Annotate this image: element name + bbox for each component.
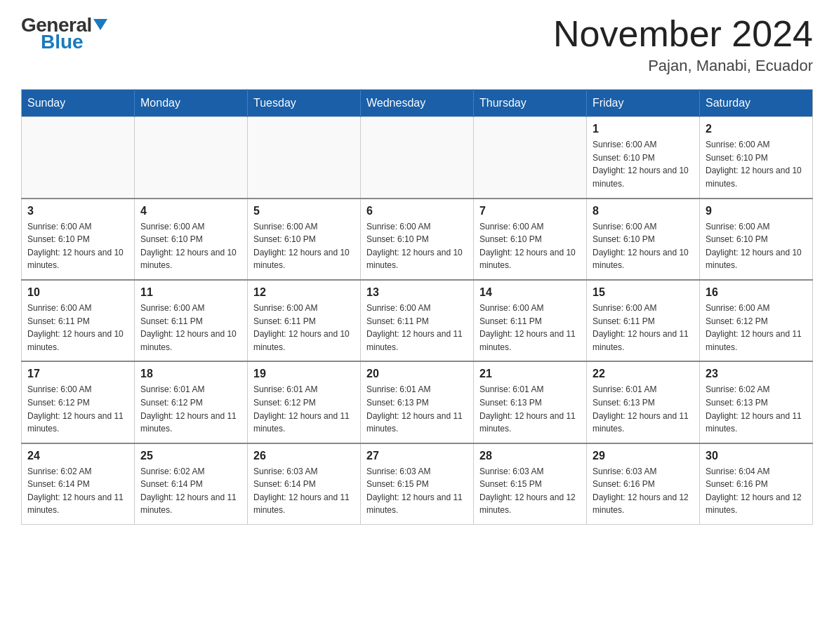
day-info: Sunrise: 6:01 AMSunset: 6:12 PMDaylight:… [140,383,241,435]
calendar-cell: 18Sunrise: 6:01 AMSunset: 6:12 PMDayligh… [135,361,248,443]
day-info: Sunrise: 6:00 AMSunset: 6:10 PMDaylight:… [27,220,128,272]
day-number: 29 [593,450,694,462]
day-info: Sunrise: 6:01 AMSunset: 6:13 PMDaylight:… [366,383,468,435]
calendar-header-monday: Monday [135,90,248,117]
day-info: Sunrise: 6:00 AMSunset: 6:10 PMDaylight:… [253,220,355,272]
calendar-cell [361,117,474,199]
calendar-header-row: SundayMondayTuesdayWednesdayThursdayFrid… [22,90,813,117]
day-number: 4 [140,205,241,217]
calendar-cell: 20Sunrise: 6:01 AMSunset: 6:13 PMDayligh… [361,361,474,443]
day-number: 6 [366,205,468,217]
day-number: 13 [366,286,468,299]
day-number: 18 [140,368,241,380]
day-info: Sunrise: 6:00 AMSunset: 6:10 PMDaylight:… [366,220,468,272]
calendar-cell [22,117,135,199]
day-info: Sunrise: 6:01 AMSunset: 6:12 PMDaylight:… [253,383,355,435]
day-info: Sunrise: 6:00 AMSunset: 6:12 PMDaylight:… [27,383,128,435]
calendar-cell: 8Sunrise: 6:00 AMSunset: 6:10 PMDaylight… [587,199,700,280]
calendar-cell: 23Sunrise: 6:02 AMSunset: 6:13 PMDayligh… [700,361,813,443]
day-info: Sunrise: 6:00 AMSunset: 6:11 PMDaylight:… [593,302,694,354]
day-number: 9 [706,205,807,217]
calendar-cell: 19Sunrise: 6:01 AMSunset: 6:12 PMDayligh… [248,361,361,443]
day-info: Sunrise: 6:00 AMSunset: 6:10 PMDaylight:… [593,138,694,190]
calendar-cell [474,117,587,199]
day-number: 20 [366,368,468,380]
logo-blue-text: Blue [21,31,84,53]
day-number: 24 [27,450,128,462]
day-info: Sunrise: 6:02 AMSunset: 6:14 PMDaylight:… [140,465,241,517]
calendar-cell: 2Sunrise: 6:00 AMSunset: 6:10 PMDaylight… [700,117,813,199]
calendar-cell: 27Sunrise: 6:03 AMSunset: 6:15 PMDayligh… [361,443,474,525]
calendar-cell: 9Sunrise: 6:00 AMSunset: 6:10 PMDaylight… [700,199,813,280]
calendar-cell: 24Sunrise: 6:02 AMSunset: 6:14 PMDayligh… [22,443,135,525]
day-number: 5 [253,205,355,217]
day-info: Sunrise: 6:00 AMSunset: 6:10 PMDaylight:… [593,220,694,272]
calendar-cell [248,117,361,199]
day-number: 7 [479,205,581,217]
calendar-cell: 3Sunrise: 6:00 AMSunset: 6:10 PMDaylight… [22,199,135,280]
day-info: Sunrise: 6:00 AMSunset: 6:10 PMDaylight:… [479,220,581,272]
calendar-cell: 29Sunrise: 6:03 AMSunset: 6:16 PMDayligh… [587,443,700,525]
day-info: Sunrise: 6:01 AMSunset: 6:13 PMDaylight:… [593,383,694,435]
calendar-cell: 15Sunrise: 6:00 AMSunset: 6:11 PMDayligh… [587,280,700,361]
calendar-table: SundayMondayTuesdayWednesdayThursdayFrid… [21,89,813,525]
title-area: November 2024 Pajan, Manabi, Ecuador [553,14,813,75]
calendar-cell: 1Sunrise: 6:00 AMSunset: 6:10 PMDaylight… [587,117,700,199]
calendar-cell: 30Sunrise: 6:04 AMSunset: 6:16 PMDayligh… [700,443,813,525]
day-number: 22 [593,368,694,380]
page-header: General Blue November 2024 Pajan, Manabi… [21,14,813,75]
day-info: Sunrise: 6:02 AMSunset: 6:13 PMDaylight:… [706,383,807,435]
calendar-header-thursday: Thursday [474,90,587,117]
calendar-cell: 13Sunrise: 6:00 AMSunset: 6:11 PMDayligh… [361,280,474,361]
day-number: 1 [593,123,694,135]
calendar-cell: 26Sunrise: 6:03 AMSunset: 6:14 PMDayligh… [248,443,361,525]
day-info: Sunrise: 6:00 AMSunset: 6:11 PMDaylight:… [253,302,355,354]
calendar-cell: 25Sunrise: 6:02 AMSunset: 6:14 PMDayligh… [135,443,248,525]
calendar-header-wednesday: Wednesday [361,90,474,117]
day-info: Sunrise: 6:00 AMSunset: 6:11 PMDaylight:… [479,302,581,354]
day-number: 8 [593,205,694,217]
day-info: Sunrise: 6:03 AMSunset: 6:14 PMDaylight:… [253,465,355,517]
day-info: Sunrise: 6:03 AMSunset: 6:16 PMDaylight:… [593,465,694,517]
logo: General Blue [21,14,107,53]
calendar-cell: 7Sunrise: 6:00 AMSunset: 6:10 PMDaylight… [474,199,587,280]
logo-triangle-icon [93,19,107,30]
day-number: 3 [27,205,128,217]
calendar-cell: 28Sunrise: 6:03 AMSunset: 6:15 PMDayligh… [474,443,587,525]
calendar-week-row: 3Sunrise: 6:00 AMSunset: 6:10 PMDaylight… [22,199,813,280]
calendar-cell: 14Sunrise: 6:00 AMSunset: 6:11 PMDayligh… [474,280,587,361]
calendar-header-sunday: Sunday [22,90,135,117]
calendar-cell: 16Sunrise: 6:00 AMSunset: 6:12 PMDayligh… [700,280,813,361]
calendar-cell: 5Sunrise: 6:00 AMSunset: 6:10 PMDaylight… [248,199,361,280]
calendar-header-friday: Friday [587,90,700,117]
calendar-cell [135,117,248,199]
calendar-header-tuesday: Tuesday [248,90,361,117]
calendar-cell: 6Sunrise: 6:00 AMSunset: 6:10 PMDaylight… [361,199,474,280]
day-number: 25 [140,450,241,462]
day-info: Sunrise: 6:00 AMSunset: 6:12 PMDaylight:… [706,302,807,354]
calendar-cell: 4Sunrise: 6:00 AMSunset: 6:10 PMDaylight… [135,199,248,280]
day-info: Sunrise: 6:00 AMSunset: 6:11 PMDaylight:… [140,302,241,354]
calendar-week-row: 1Sunrise: 6:00 AMSunset: 6:10 PMDaylight… [22,117,813,199]
day-number: 12 [253,286,355,299]
day-info: Sunrise: 6:00 AMSunset: 6:10 PMDaylight:… [140,220,241,272]
calendar-week-row: 10Sunrise: 6:00 AMSunset: 6:11 PMDayligh… [22,280,813,361]
day-number: 21 [479,368,581,380]
calendar-cell: 11Sunrise: 6:00 AMSunset: 6:11 PMDayligh… [135,280,248,361]
calendar-cell: 10Sunrise: 6:00 AMSunset: 6:11 PMDayligh… [22,280,135,361]
day-number: 28 [479,450,581,462]
month-title: November 2024 [553,14,813,54]
day-info: Sunrise: 6:03 AMSunset: 6:15 PMDaylight:… [479,465,581,517]
calendar-week-row: 17Sunrise: 6:00 AMSunset: 6:12 PMDayligh… [22,361,813,443]
day-number: 17 [27,368,128,380]
day-info: Sunrise: 6:00 AMSunset: 6:11 PMDaylight:… [366,302,468,354]
day-number: 30 [706,450,807,462]
day-number: 19 [253,368,355,380]
calendar-cell: 17Sunrise: 6:00 AMSunset: 6:12 PMDayligh… [22,361,135,443]
day-number: 11 [140,286,241,299]
calendar-cell: 22Sunrise: 6:01 AMSunset: 6:13 PMDayligh… [587,361,700,443]
day-number: 27 [366,450,468,462]
day-number: 10 [27,286,128,299]
day-info: Sunrise: 6:02 AMSunset: 6:14 PMDaylight:… [27,465,128,517]
location-title: Pajan, Manabi, Ecuador [553,57,813,75]
